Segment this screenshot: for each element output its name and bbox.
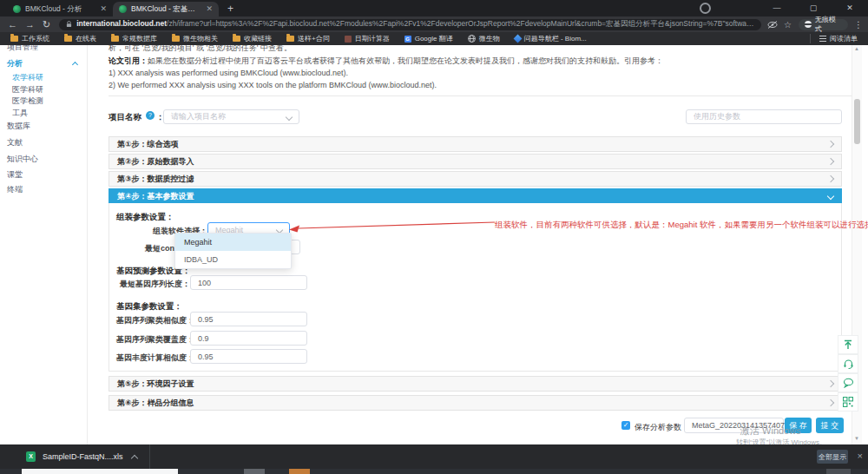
annotation-text: 组装软件，目前有两种软件可供选择，默认是：Megahit 软件，如果需要用另一个… <box>495 220 868 231</box>
sidebar-item-database[interactable]: 数据库 <box>7 121 30 132</box>
sidebar-item-analysis[interactable]: 分析 <box>7 58 23 69</box>
eye-slash-icon[interactable] <box>767 21 778 29</box>
lock-icon <box>66 20 72 29</box>
browser-toolbar: ← → ↻ international.biocloud.net/zh/ifra… <box>0 16 868 32</box>
qr-code-icon <box>843 397 853 407</box>
browser-tab-1[interactable]: BMKCloud - 分析 ✕ <box>7 2 113 16</box>
bookmark-item[interactable]: 常规数据库 <box>111 34 157 43</box>
sidebar-item-project-management[interactable]: 项目管理 <box>7 45 38 53</box>
bookmark-item[interactable]: 送样+合同 <box>286 34 330 43</box>
chevron-right-icon <box>827 158 834 165</box>
step-4-header-active[interactable]: 第④步：基本参数设置 <box>108 188 842 204</box>
back-button[interactable]: ← <box>8 16 17 32</box>
bookmark-item[interactable]: 微生物 <box>468 34 500 43</box>
folder-icon <box>286 36 294 42</box>
download-shelf: X SampleID-FastqN....xls 全部显示 × <box>0 444 868 469</box>
cluster-coverage-label: 基因序列聚类覆盖度： <box>116 334 190 346</box>
bookmark-item[interactable]: GGoogle 翻译 <box>404 34 453 43</box>
address-bar[interactable]: international.biocloud.net/zh/iframe?url… <box>59 19 761 30</box>
globe-icon <box>468 35 476 43</box>
taskbar-app-icon[interactable] <box>289 469 310 474</box>
browser-tab-2-active[interactable]: BMKCloud - 宏基因组分析平台 ✕ <box>113 2 219 16</box>
taskbar-window-preview[interactable] <box>22 469 178 474</box>
folder-icon <box>10 36 18 42</box>
step-1-header[interactable]: 第①步：综合选项 <box>108 136 842 152</box>
project-name-input[interactable]: 请输入项目名称 <box>163 109 299 124</box>
chevron-up-icon <box>130 455 137 462</box>
download-filename[interactable]: SampleID-FastqN....xls <box>43 452 123 461</box>
calendar-icon <box>345 36 352 43</box>
sidebar-item-medical-testing[interactable]: 医学检测 <box>12 95 43 107</box>
new-tab-button[interactable]: + <box>227 2 233 16</box>
bookmark-item[interactable]: 日期计算器 <box>345 34 390 43</box>
chevron-right-icon <box>827 380 834 387</box>
tab-close-icon[interactable]: ✕ <box>206 5 213 13</box>
software-dropdown: Megahit IDBA_UD <box>174 233 292 269</box>
forward-button[interactable]: → <box>25 16 35 32</box>
customer-service-button[interactable] <box>838 354 858 373</box>
show-all-downloads-button[interactable]: 全部显示 <box>817 450 848 464</box>
download-menu-button[interactable] <box>132 449 137 464</box>
cluster-similarity-input[interactable]: 0.95 <box>190 312 307 326</box>
history-params-button[interactable]: 使用历史参数 <box>686 109 842 124</box>
step-5-header[interactable]: 第⑤步：环境因子设置 <box>108 376 842 392</box>
cluster-similarity-label: 基因序列聚类相似度： <box>116 315 190 326</box>
sidebar-item-classroom[interactable]: 课堂 <box>7 169 23 181</box>
chevron-down-icon <box>827 193 834 200</box>
windows-activation-watermark: 激活 Windows <box>740 425 801 438</box>
abundance-similarity-input[interactable]: 0.95 <box>190 349 307 364</box>
step-2-header[interactable]: 第②步：原始数据导入 <box>108 154 842 169</box>
annotation-arrow-icon <box>286 217 499 236</box>
sidebar-item-terminal[interactable]: 终端 <box>7 184 23 195</box>
chevron-down-icon <box>286 113 293 120</box>
help-circle-icon[interactable]: ? <box>146 111 155 120</box>
cluster-coverage-input[interactable]: 0.9 <box>190 331 307 346</box>
profile-icon[interactable] <box>700 3 711 14</box>
back-to-top-button[interactable] <box>838 335 858 354</box>
bookmarks-bar: 工作系统 在线表 常规数据库 微生物相关 收藏链接 送样+合同 日期计算器 GG… <box>0 32 868 45</box>
taskbar-clock-area <box>826 469 851 474</box>
sidebar-item-agri-research[interactable]: 农学科研 <box>12 72 43 83</box>
bookmark-item[interactable]: 微生物相关 <box>172 34 218 43</box>
min-gene-length-label: 最短基因序列长度： <box>116 279 190 290</box>
tab-close-icon[interactable]: ✕ <box>100 5 107 13</box>
chevron-up-icon <box>72 62 78 68</box>
chat-button[interactable] <box>838 373 858 392</box>
bookmark-item[interactable]: 问题导航栏 - Biom... <box>515 34 587 43</box>
taskbar-app-icon[interactable] <box>244 469 265 474</box>
reload-button[interactable]: ↻ <box>43 16 50 32</box>
sidebar-item-medical-research[interactable]: 医学科研 <box>12 84 43 95</box>
reading-list-button[interactable]: 阅读清单 <box>810 34 858 43</box>
qr-code-button[interactable] <box>838 392 858 411</box>
browser-menu-icon[interactable]: ⋮ <box>854 20 863 30</box>
min-gene-length-input[interactable]: 100 <box>190 275 307 290</box>
bookmark-star-icon[interactable]: ☆ <box>784 20 792 30</box>
save-params-label: 保存分析参数 <box>635 422 681 433</box>
window-minimize-button[interactable]: — <box>759 0 795 16</box>
close-shelf-icon[interactable]: × <box>858 451 863 461</box>
chat-bubble-icon <box>843 378 854 388</box>
sidebar: 项目管理 分析 农学科研 医学科研 医学检测 工具 数据库 文献 知识中心 课堂… <box>0 45 88 444</box>
dropdown-option-idba-ud[interactable]: IDBA_UD <box>175 251 291 268</box>
headset-icon <box>843 359 854 369</box>
scrollbar-thumb[interactable] <box>854 99 860 144</box>
tab-title: BMKCloud - 宏基因组分析平台 <box>131 4 201 15</box>
tab-title: BMKCloud - 分析 <box>25 4 95 15</box>
bookmark-item[interactable]: 收藏链接 <box>233 34 272 43</box>
browser-tab-strip: BMKCloud - 分析 ✕ BMKCloud - 宏基因组分析平台 ✕ + … <box>0 0 868 16</box>
incognito-badge: 无痕模式 <box>799 19 848 30</box>
save-params-checkbox[interactable]: ✓ <box>621 421 630 430</box>
reading-list-icon <box>819 36 826 43</box>
dropdown-option-megahit[interactable]: Megahit <box>175 234 291 251</box>
sidebar-item-literature[interactable]: 文献 <box>7 137 23 148</box>
sidebar-item-knowledge-center[interactable]: 知识中心 <box>7 154 38 165</box>
bookmark-item[interactable]: 在线表 <box>64 34 96 43</box>
folder-icon <box>172 36 180 42</box>
step-3-header[interactable]: 第③步：数据质控过滤 <box>108 171 842 187</box>
sidebar-item-tools[interactable]: 工具 <box>12 108 28 119</box>
page-content: 项目管理 分析 农学科研 医学科研 医学检测 工具 数据库 文献 知识中心 课堂… <box>0 45 868 444</box>
bookmark-item[interactable]: 工作系统 <box>10 34 49 43</box>
step-6-header[interactable]: 第⑥步：样品分组信息 <box>108 395 842 411</box>
url-text: international.biocloud.net/zh/iframe?url… <box>76 19 754 30</box>
scroll-up-icon[interactable]: ▲ <box>854 46 859 51</box>
